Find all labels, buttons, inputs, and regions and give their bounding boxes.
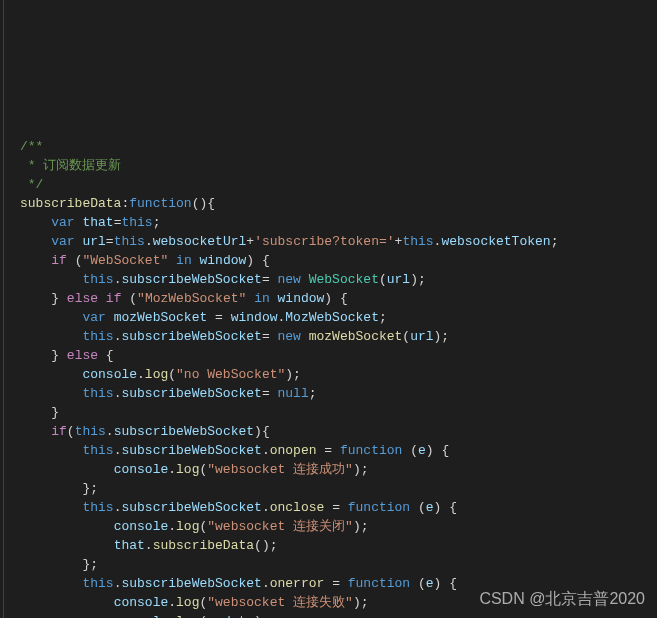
in-keyword: in bbox=[254, 291, 270, 306]
string-subscribe: 'subscribe?token=' bbox=[254, 234, 394, 249]
new-keyword: new bbox=[278, 329, 301, 344]
prop-subscribeWebSocket: subscribeWebSocket bbox=[121, 443, 261, 458]
prop-onclose: onclose bbox=[270, 500, 325, 515]
this-keyword: this bbox=[75, 424, 106, 439]
console-obj: console bbox=[114, 519, 169, 534]
window-obj: window bbox=[278, 291, 325, 306]
string-websocket: "WebSocket" bbox=[82, 253, 168, 268]
prop-subscribeWebSocket: subscribeWebSocket bbox=[121, 386, 261, 401]
string-conn-ok: "websocket 连接成功" bbox=[207, 462, 353, 477]
log-method: log bbox=[145, 367, 168, 382]
param-e: e bbox=[418, 443, 426, 458]
comment-text: * 订阅数据更新 bbox=[20, 158, 121, 173]
console-obj: console bbox=[114, 462, 169, 477]
var-mozwebsocket: mozWebSocket bbox=[114, 310, 208, 325]
comment-open: /** bbox=[20, 139, 43, 154]
var-keyword: var bbox=[51, 234, 74, 249]
function-keyword: function bbox=[348, 500, 410, 515]
log-method: log bbox=[176, 614, 199, 618]
prop-websocketUrl: websocketUrl bbox=[153, 234, 247, 249]
comment-close: */ bbox=[20, 177, 43, 192]
console-obj: console bbox=[82, 367, 137, 382]
prop-subscribeWebSocket: subscribeWebSocket bbox=[121, 500, 261, 515]
if-keyword: if bbox=[51, 253, 67, 268]
var-url: url bbox=[387, 272, 410, 287]
this-keyword: this bbox=[82, 576, 113, 591]
this-keyword: this bbox=[82, 329, 113, 344]
string-no-ws: "no WebSocket" bbox=[176, 367, 285, 382]
console-obj: console bbox=[114, 614, 169, 618]
prop-onerror: onerror bbox=[270, 576, 325, 591]
param-e: e bbox=[426, 576, 434, 591]
var-keyword: var bbox=[82, 310, 105, 325]
new-keyword: new bbox=[278, 272, 301, 287]
param-e: e bbox=[207, 614, 215, 618]
prop-data: data bbox=[223, 614, 254, 618]
window-obj: window bbox=[231, 310, 278, 325]
var-keyword: var bbox=[51, 215, 74, 230]
log-method: log bbox=[176, 595, 199, 610]
prop-mozwebsocket: MozWebSocket bbox=[285, 310, 379, 325]
var-that: that bbox=[114, 538, 145, 553]
this-keyword: this bbox=[82, 272, 113, 287]
var-url: url bbox=[82, 234, 105, 249]
var-that: that bbox=[82, 215, 113, 230]
this-keyword: this bbox=[82, 500, 113, 515]
else-keyword: else bbox=[67, 291, 98, 306]
prop-subscribeWebSocket: subscribeWebSocket bbox=[121, 329, 261, 344]
console-obj: console bbox=[114, 595, 169, 610]
prop-subscribeWebSocket: subscribeWebSocket bbox=[121, 272, 261, 287]
this-keyword: this bbox=[82, 443, 113, 458]
in-keyword: in bbox=[176, 253, 192, 268]
null-keyword: null bbox=[278, 386, 309, 401]
type-websocket: WebSocket bbox=[309, 272, 379, 287]
function-keyword: function bbox=[340, 443, 402, 458]
string-mozwebsocket: "MozWebSocket" bbox=[137, 291, 246, 306]
var-url: url bbox=[410, 329, 433, 344]
type-mozwebsocket: mozWebSocket bbox=[309, 329, 403, 344]
this-keyword: this bbox=[82, 386, 113, 401]
prop-websocketToken: websocketToken bbox=[441, 234, 550, 249]
function-keyword: function bbox=[348, 576, 410, 591]
method-name: subscribeData bbox=[20, 196, 121, 211]
method-subscribeData: subscribeData bbox=[153, 538, 254, 553]
window-obj: window bbox=[200, 253, 247, 268]
prop-subscribeWebSocket: subscribeWebSocket bbox=[114, 424, 254, 439]
fold-guide bbox=[3, 0, 4, 618]
else-keyword: else bbox=[67, 348, 98, 363]
prop-onopen: onopen bbox=[270, 443, 317, 458]
log-method: log bbox=[176, 519, 199, 534]
this-keyword: this bbox=[402, 234, 433, 249]
if-keyword: if bbox=[106, 291, 122, 306]
this-keyword: this bbox=[114, 234, 145, 249]
if-keyword: if bbox=[51, 424, 67, 439]
code-editor: /** * 订阅数据更新 */ subscribeData:function()… bbox=[0, 114, 657, 618]
param-e: e bbox=[426, 500, 434, 515]
this-keyword: this bbox=[121, 215, 152, 230]
string-conn-err: "websocket 连接失败" bbox=[207, 595, 353, 610]
prop-subscribeWebSocket: subscribeWebSocket bbox=[121, 576, 261, 591]
function-keyword: function bbox=[129, 196, 191, 211]
string-conn-close: "websocket 连接关闭" bbox=[207, 519, 353, 534]
log-method: log bbox=[176, 462, 199, 477]
